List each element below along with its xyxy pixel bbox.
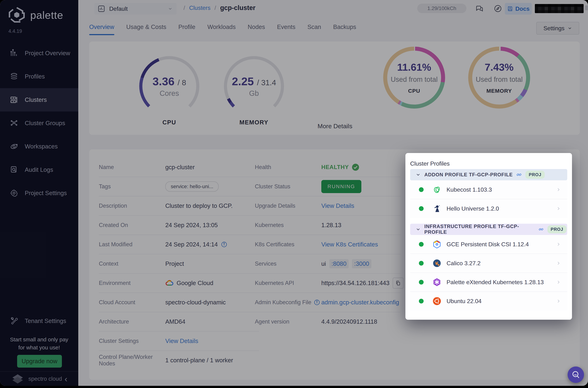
profile-pack-ubuntu[interactable]: Ubuntu 22.04 (410, 292, 567, 310)
calico-icon (432, 259, 441, 268)
help-search-fab[interactable] (568, 366, 584, 383)
status-dot (419, 280, 424, 285)
link-icon (516, 172, 522, 177)
proj-badge: PROJ (547, 225, 566, 233)
profile-pack-hello-universe[interactable]: Hello Universe 1.2.0 (410, 199, 567, 218)
chevron-right-icon (556, 261, 561, 266)
chevron-right-icon (556, 280, 561, 285)
chevron-right-icon (556, 242, 561, 247)
gce-pd-icon (432, 240, 441, 249)
chevron-right-icon (556, 299, 561, 304)
profile-pack-pxk[interactable]: Palette eXtended Kubernetes 1.28.13 (410, 273, 567, 292)
palette-app: palette 4.4.19 Project Overview Profiles… (0, 0, 588, 386)
profile-section-header[interactable]: INFRASTRUCTURE PROFILE TF-GCP-PROFILE PR… (410, 224, 567, 235)
kubecost-icon (432, 185, 441, 194)
status-dot (419, 299, 424, 303)
chevron-right-icon (556, 206, 561, 211)
status-dot (419, 261, 424, 266)
pxk-icon (432, 278, 441, 287)
status-dot (419, 242, 424, 247)
profile-pack-kubecost[interactable]: Kubecost 1.103.3 (410, 180, 567, 199)
cluster-profiles-title: Cluster Profiles (410, 160, 450, 167)
chevron-down-icon (416, 172, 421, 177)
cluster-profiles-panel: Cluster Profiles ADDON PROFILE TF-GCP-PR… (406, 153, 572, 320)
ubuntu-icon (432, 296, 441, 306)
profile-pack-calico[interactable]: Calico 3.27.2 (410, 254, 567, 273)
chevron-right-icon (556, 187, 561, 192)
status-dot (419, 187, 424, 192)
profile-section-header[interactable]: ADDON PROFILE TF-GCP-PROFILE PROJ (410, 169, 567, 180)
profile-pack-gce-pd[interactable]: GCE Persistent Disk CSI 1.12.4 (410, 235, 567, 254)
proj-badge: PROJ (525, 171, 544, 179)
profile-section-0: ADDON PROFILE TF-GCP-PROFILE PROJ Kubeco… (410, 169, 567, 218)
link-icon (539, 227, 543, 232)
profile-section-1: INFRASTRUCTURE PROFILE TF-GCP-PROFILE PR… (410, 224, 567, 310)
chevron-down-icon (416, 227, 421, 232)
hello-universe-icon (432, 204, 441, 213)
status-dot (419, 206, 424, 211)
